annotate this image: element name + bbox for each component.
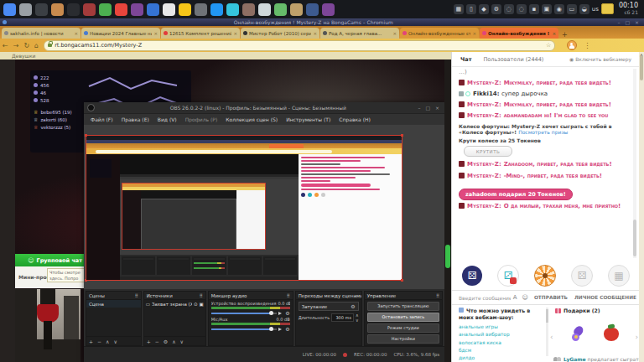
obs-control-button[interactable]: Настройки — [367, 334, 439, 344]
obs-window[interactable]: OBS 26.0.2-2 (linux) - Профиль: Безымянн… — [84, 102, 444, 362]
tab[interactable]: Род А, черная глава...× — [320, 28, 399, 39]
keyboard-layout-indicator[interactable]: us — [592, 6, 599, 13]
speaker-icon[interactable] — [278, 328, 283, 331]
onion-icon[interactable] — [322, 3, 335, 16]
obs-window-controls[interactable]: – ▢ × — [418, 105, 444, 111]
sources-toolbar-button[interactable]: ∧ — [172, 339, 175, 344]
obs-menu-item[interactable]: Файл (F) — [91, 116, 113, 122]
display-tray-icon[interactable]: ▭ — [567, 4, 577, 14]
gifts-prev-button[interactable]: ‹ — [550, 333, 553, 341]
obs-preview-area[interactable] — [84, 125, 444, 289]
obs-control-button[interactable]: Запустить трансляцию — [367, 302, 439, 312]
speaker-icon[interactable] — [278, 312, 283, 315]
volume-slider-track[interactable] — [211, 313, 278, 314]
gift-strawberry-image[interactable] — [604, 324, 619, 341]
page-scroll-thumb[interactable] — [445, 245, 450, 268]
gear-icon[interactable]: ⚙ — [351, 303, 355, 309]
node-graph-icon[interactable] — [99, 3, 112, 16]
gifts-next-button[interactable]: › — [635, 333, 638, 341]
folder-manager-icon[interactable] — [51, 3, 64, 16]
scene-item[interactable]: Сцена — [86, 300, 141, 308]
webcam-thumbnail[interactable] — [15, 289, 80, 362]
forward-button[interactable]: → — [13, 42, 19, 49]
obs-titlebar[interactable]: OBS 26.0.2-2 (linux) - Профиль: Безымянн… — [84, 102, 444, 114]
flash-icon[interactable] — [179, 3, 191, 16]
spin-wheel-button[interactable]: КРУТИТЬ — [464, 146, 512, 157]
private-message-button[interactable]: ЛИЧНОЕ СООБЩЕНИЕ — [574, 295, 636, 300]
ghost-1-tray-icon[interactable]: ◌ — [504, 4, 514, 14]
tab[interactable]: sakhalin.info | новости× — [2, 28, 80, 39]
obs-control-button[interactable]: Выход — [367, 345, 439, 346]
show-tag-link[interactable]: дилдо — [459, 354, 544, 362]
keys-icon[interactable] — [242, 3, 255, 16]
tab-close-icon[interactable]: × — [233, 31, 237, 36]
message-input[interactable]: Введите сообщение здесь... — [459, 295, 511, 301]
browser-scroll-thumb[interactable] — [640, 55, 643, 80]
fortune-wheel-game-icon[interactable] — [534, 265, 556, 287]
chat-scroll-thumb[interactable] — [633, 220, 636, 256]
gallery-icon[interactable] — [306, 3, 319, 16]
obs-menu-item[interactable]: Вид (V) — [158, 116, 177, 122]
volume-slider-knob[interactable] — [269, 327, 273, 331]
messenger-icon[interactable] — [226, 3, 239, 16]
tab-chat[interactable]: Чат — [460, 56, 471, 63]
browser-menu-button[interactable]: ⋮ — [584, 42, 590, 49]
sources-toolbar-button[interactable]: ⚙ — [164, 339, 168, 344]
window-controls[interactable]: – ▢ × — [617, 19, 644, 25]
terminal-icon[interactable] — [35, 3, 48, 16]
sources-toolbar-button[interactable]: − — [155, 339, 159, 344]
scenes-toolbar-button[interactable]: − — [97, 339, 101, 344]
source-item[interactable]: ▭Захват экрана (X…⊙▣ — [144, 300, 205, 308]
obs-menu-item[interactable]: Справка (H) — [339, 116, 371, 122]
tab[interactable]: 12615 Комплект решений (Г...× — [161, 28, 240, 39]
profile-avatar-button[interactable] — [567, 40, 577, 50]
tab[interactable]: Мистер Робот (2010) сери...× — [241, 28, 319, 39]
show-tag-link[interactable]: анальный вибратор — [459, 331, 544, 339]
obs-menu-item[interactable]: Профиль (P) — [185, 116, 218, 122]
recorder-icon[interactable] — [163, 3, 175, 16]
duration-spinner[interactable]: ∧∨ — [356, 313, 359, 323]
battery-tray-icon[interactable]: ▯ — [466, 4, 476, 14]
scenes-toolbar-button[interactable]: + — [89, 339, 93, 344]
tab[interactable]: Онлайн-возбужденные ст...× — [400, 28, 479, 39]
media-player-icon[interactable] — [83, 3, 96, 16]
back-button[interactable]: ← — [3, 42, 8, 49]
tab-active[interactable]: Онлайн-возбуждения ! M...× — [480, 28, 558, 39]
window-titlebar[interactable]: Онлайн-возбуждения ! Mystery-Z на BongaC… — [0, 18, 644, 26]
tab-close-icon[interactable]: × — [472, 31, 476, 36]
obs-control-button[interactable]: Остановить запись — [367, 313, 439, 323]
tab-users[interactable]: Пользователи (2444) — [483, 56, 543, 63]
tab-close-icon[interactable]: × — [74, 31, 78, 36]
slots-gray-game-icon[interactable]: ▦ — [608, 265, 630, 287]
obs-control-button[interactable]: Режим студии — [367, 323, 439, 334]
send-button[interactable]: ОТПРАВИТЬ — [534, 295, 568, 300]
notes-icon[interactable] — [67, 3, 80, 16]
network-tray-icon[interactable]: ▪ — [529, 4, 539, 14]
folder-tray-icon[interactable] — [601, 3, 614, 14]
tab-close-icon[interactable]: × — [153, 31, 158, 36]
dice-gray-game-icon[interactable]: ⚄ — [571, 265, 593, 287]
tor-browser-icon[interactable] — [131, 3, 143, 16]
box-icon[interactable] — [210, 3, 223, 16]
screenshot-tray-icon[interactable]: ◉ — [554, 4, 564, 14]
files-icon[interactable] — [19, 3, 32, 16]
virtualbox-icon[interactable] — [274, 3, 287, 16]
tab-close-icon[interactable]: × — [392, 31, 397, 36]
volume-slider[interactable]: ⚙ — [211, 326, 290, 332]
tab-close-icon[interactable]: × — [313, 31, 317, 36]
font-size-button[interactable]: A — [513, 294, 517, 301]
tab-close-icon[interactable]: × — [552, 31, 556, 36]
lock-source-icon[interactable]: ▣ — [200, 302, 204, 307]
show-tag-link[interactable]: анальные игры — [459, 323, 544, 331]
sources-toolbar-button[interactable]: ∨ — [180, 339, 184, 344]
ghost-2-tray-icon[interactable]: ◌ — [517, 4, 527, 14]
obs-menu-item[interactable]: Правка (E) — [122, 116, 149, 122]
chromium-icon[interactable] — [3, 3, 16, 16]
address-bar[interactable]: rt.bongacams11.com/Mystery-Z ☆ — [44, 40, 555, 51]
sources-toolbar-button[interactable]: + — [147, 339, 151, 344]
volume-slider-track[interactable] — [211, 328, 278, 330]
transition-select[interactable]: Затухание⚙ — [299, 302, 359, 311]
enable-webcam-button[interactable]: ◉ Включить вебкамеру — [569, 56, 631, 62]
gear-icon[interactable]: ⚙ — [285, 310, 289, 316]
camera-icon[interactable] — [195, 3, 207, 16]
